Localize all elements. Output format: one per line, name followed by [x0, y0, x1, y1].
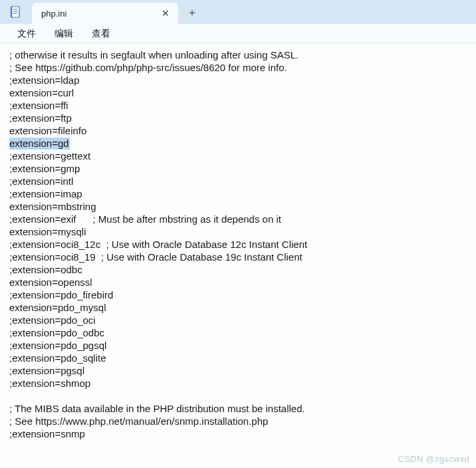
editor-line: ;extension=intl — [9, 175, 468, 187]
editor-line: extension=curl — [9, 86, 468, 99]
editor-line: ; See https://www.php.net/manual/en/snmp… — [9, 415, 468, 427]
svg-rect-0 — [11, 7, 19, 17]
editor-line: extension=fileinfo — [9, 124, 468, 137]
menu-file[interactable]: 文件 — [8, 25, 45, 43]
editor-line: ;extension=exif ; Must be after mbstring… — [9, 213, 468, 225]
svg-rect-4 — [11, 7, 12, 17]
editor-line: ;extension=snmp — [9, 427, 468, 440]
editor-line: ; See https://github.com/php/php-src/iss… — [9, 61, 468, 74]
editor-line: ;extension=pgsql — [9, 364, 468, 377]
selected-text: extension=gd — [9, 138, 70, 150]
editor-line: ;extension=ffi — [9, 99, 468, 112]
editor-line: ;extension=pdo_firebird — [9, 289, 468, 301]
editor-line: ;extension=pdo_oci — [9, 314, 468, 326]
editor-line: ;extension=shmop — [9, 377, 468, 390]
tab-title: php.ini — [41, 9, 160, 19]
tab-phpini[interactable]: php.ini ✕ — [32, 3, 178, 24]
editor-line: ; The MIBS data available in the PHP dis… — [9, 402, 468, 415]
editor-line: ;extension=oci8_12c ; Use with Oracle Da… — [9, 238, 468, 251]
menu-edit[interactable]: 编辑 — [45, 25, 82, 43]
editor-line: extension=gd — [9, 137, 468, 150]
editor-line: ; otherwise it results in segfault when … — [9, 49, 468, 61]
editor-area[interactable]: ; otherwise it results in segfault when … — [0, 44, 476, 468]
editor-line: extension=pdo_mysql — [9, 301, 468, 314]
editor-line: ;extension=oci8_19 ; Use with Oracle Dat… — [9, 251, 468, 263]
editor-line: ;extension=pdo_odbc — [9, 326, 468, 339]
editor-line: ;extension=ldap — [9, 74, 468, 86]
menu-view[interactable]: 查看 — [82, 25, 120, 43]
new-tab-button[interactable]: ＋ — [182, 3, 202, 23]
editor-line: extension=openssl — [9, 276, 468, 289]
editor-line: ;extension=imap — [9, 187, 468, 200]
editor-line: ;extension=ftp — [9, 112, 468, 124]
editor-line: ;extension=gmp — [9, 162, 468, 175]
editor-line: ;extension=pdo_pgsql — [9, 339, 468, 352]
watermark: CSDN @zgscwxd — [398, 454, 469, 464]
editor-line: ;extension=odbc — [9, 263, 468, 276]
menu-bar: 文件 编辑 查看 — [0, 24, 476, 44]
editor-line: extension=mysqli — [9, 225, 468, 238]
editor-line: ;extension=pdo_sqlite — [9, 352, 468, 364]
close-icon[interactable]: ✕ — [160, 7, 172, 19]
notepad-icon — [9, 5, 23, 19]
editor-line: extension=mbstring — [9, 200, 468, 213]
editor-line: ;extension=gettext — [9, 150, 468, 162]
editor-line — [9, 390, 468, 402]
title-bar: php.ini ✕ ＋ — [0, 0, 476, 24]
